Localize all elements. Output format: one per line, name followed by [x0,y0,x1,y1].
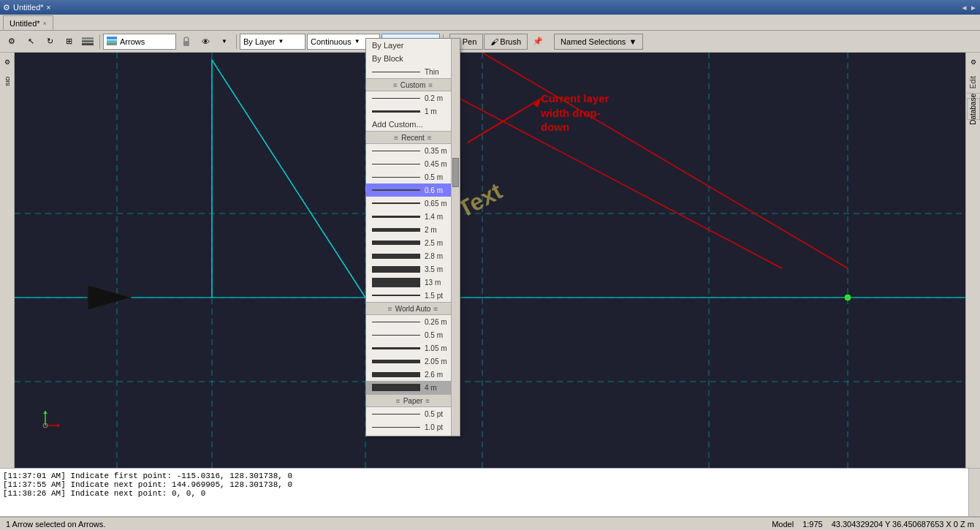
lw-item-1.4m[interactable]: 1.4 m [366,210,460,223]
lw-1m-label: 1 m [425,107,454,116]
lw-item-1.5pt[interactable]: 1.5 pt [366,289,460,302]
lw-item-2.6m-wa[interactable]: 2.6 m [366,368,460,381]
lineweight-scrollbar[interactable] [451,39,460,436]
layer-name-field[interactable]: Arrows [103,34,176,50]
edit-label[interactable]: Edit [969,76,977,88]
lw-item-0.5m-wa[interactable]: 0.5 m [366,328,460,341]
rotate-icon[interactable]: ↻ [41,33,58,50]
layer-visibility-icon[interactable]: 👁 [197,33,214,50]
status-text-left: 1 Arrow selected on Arrows. [6,520,766,529]
svg-point-20 [845,295,851,300]
layers-icon[interactable] [79,33,96,50]
lw-item-2m[interactable]: 2 m [366,223,460,236]
right-sidebar: ⚙ Edit Database [965,53,980,468]
canvas-inner: y Text [15,53,965,468]
console-line-2: [11:37:55 AM] Indicate next point: 144.9… [3,480,977,489]
canvas-svg [15,53,965,468]
canvas-area[interactable]: y Text [15,53,965,468]
lw-4m-wa-label: 4 m [425,384,454,392]
select-icon[interactable]: ↖ [22,33,39,50]
lw-item-1.05m-wa[interactable]: 1.05 m [366,341,460,355]
bylayer-label: By Layer [243,37,275,46]
window-controls: ◄ ► [960,4,977,12]
lineweight-scrollbar-thumb[interactable] [452,158,459,187]
lineweight-panel[interactable]: By Layer By Block Thin ≡ Custom ≡ 0.2 m … [365,38,460,436]
lw-3.5m-label: 3.5 m [425,265,454,273]
lw-section-paper: ≡ Paper ≡ [366,394,460,407]
section-paper-label: Paper [403,397,423,405]
lw-0.5pt-label: 0.5 pt [425,410,454,418]
grid-icon[interactable]: ⊞ [60,33,77,50]
lw-item-2.0pt[interactable]: 2.0 pt [366,434,460,436]
lw-2.05m-wa-label: 2.05 m [425,357,454,366]
svg-rect-6 [183,41,189,46]
lw-0.5m-wa-label: 0.5 m [425,331,454,339]
console-scrollbar[interactable] [968,469,980,516]
database-label: Database [969,94,977,125]
lw-item-0.5pt[interactable]: 0.5 pt [366,407,460,420]
section-recent-label: Recent [401,134,425,142]
lw-section-custom: ≡ Custom ≡ [366,78,460,91]
layer-lock-icon[interactable] [178,33,195,50]
tab-close[interactable]: × [43,20,47,27]
lw-item-addcustom[interactable]: Add Custom... [366,118,460,131]
lw-section-worldauto: ≡ World Auto ≡ [366,302,460,315]
title-bar-arrows: ◄ ► [960,4,977,12]
lw-item-1m[interactable]: 1 m [366,105,460,118]
lw-bylayer-label: By Layer [372,41,403,50]
section-recent-right: ≡ [428,134,432,142]
lw-1.05m-wa-label: 1.05 m [425,344,454,352]
database-panel[interactable]: Database [967,98,980,120]
layer-name-label: Arrows [120,37,145,46]
right-tool-settings[interactable]: ⚙ [967,56,980,69]
section-recent-left: ≡ [394,134,398,142]
lw-item-0.6m[interactable]: 0.6 m [366,183,460,197]
lw-0.5m-label: 0.5 m [425,173,454,181]
lw-0.26m-wa-label: 0.26 m [425,318,454,326]
lw-2.0pt-label: 2.0 pt [425,436,454,437]
svg-rect-1 [82,40,94,42]
svg-line-17 [482,53,848,268]
bylayer-dropdown[interactable]: By Layer ▼ [240,34,305,50]
bylayer-arrow: ▼ [278,38,284,45]
status-bar: 1 Arrow selected on Arrows. Model 1:975 … [0,517,980,530]
lw-item-bylayer[interactable]: By Layer [366,39,460,52]
brush-button[interactable]: 🖌 Brush [484,34,528,50]
lw-item-1.0pt[interactable]: 1.0 pt [366,420,460,434]
lw-item-2.8m[interactable]: 2.8 m [366,249,460,262]
lw-item-0.5m[interactable]: 0.5 m [366,170,460,183]
lw-item-0.45m[interactable]: 0.45 m [366,157,460,170]
lw-item-13m[interactable]: 13 m [366,276,460,289]
section-custom-right: ≡ [428,81,433,89]
layer-dropdown-arrow[interactable]: ▼ [216,33,233,50]
tab-close-btn[interactable]: × [47,4,51,12]
brush-label: Brush [500,37,521,46]
lw-item-0.26m-wa[interactable]: 0.26 m [366,315,460,328]
lw-item-3.5m[interactable]: 3.5 m [366,262,460,276]
lw-item-thin[interactable]: Thin [366,65,460,78]
lw-2.5m-label: 2.5 m [425,239,454,247]
svg-marker-23 [57,423,60,428]
lw-0.35m-label: 0.35 m [425,147,454,155]
title-bar: ⚙ Untitled* × ◄ ► [0,0,980,15]
pin-icon[interactable]: 📌 [529,33,547,50]
lw-item-0.65m[interactable]: 0.65 m [366,197,460,210]
lw-item-0.35m[interactable]: 0.35 m [366,144,460,157]
lw-item-0.2m[interactable]: 0.2 m [366,91,460,105]
app-icon: ⚙ [3,3,10,12]
lw-item-4m-wa[interactable]: 4 m [366,381,460,394]
brush-icon: 🖌 [490,37,498,46]
section-worldauto-label: World Auto [395,305,431,313]
scale-label: 1:975 [802,520,823,529]
lw-item-byblock[interactable]: By Block [366,52,460,65]
lw-item-2.5m[interactable]: 2.5 m [366,236,460,249]
left-tool-1[interactable]: ⚙ [1,56,14,69]
tab-untitled[interactable]: Untitled* × [3,15,53,30]
named-selections-button[interactable]: Named Selections ▼ [554,34,643,50]
svg-marker-21 [88,285,132,310]
settings-icon[interactable]: ⚙ [3,33,20,50]
lw-1.0pt-label: 1.0 pt [425,423,454,431]
named-selections-arrow: ▼ [628,37,637,46]
left-tool-sid[interactable]: SID [1,70,13,92]
lw-item-2.05m-wa[interactable]: 2.05 m [366,355,460,368]
